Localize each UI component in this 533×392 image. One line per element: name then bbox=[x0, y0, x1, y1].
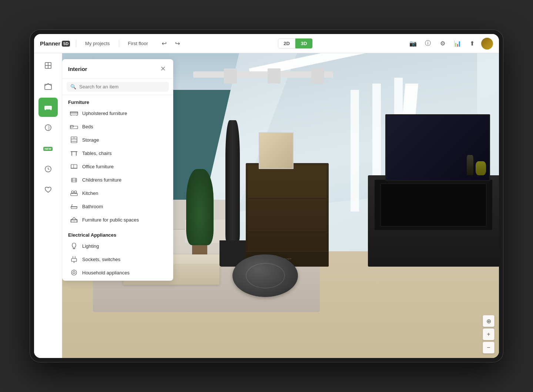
bar-cabinet: ENJOY bbox=[246, 163, 329, 267]
share-button[interactable]: ⬆ bbox=[466, 38, 478, 50]
panel-title: Interior bbox=[68, 66, 87, 72]
upholstered-label: Upholstered furniture bbox=[82, 111, 127, 116]
header-separator2 bbox=[119, 40, 119, 47]
kitchen-icon bbox=[70, 190, 78, 196]
new-badge: NEW bbox=[43, 147, 53, 151]
sidebar-item-favorites[interactable] bbox=[38, 180, 58, 200]
search-input[interactable] bbox=[79, 84, 165, 89]
railing-post4 bbox=[351, 90, 359, 212]
settings-button[interactable]: ⚙ bbox=[437, 38, 449, 50]
interior-panel: Interior ✕ 🔍 Furniture bbox=[62, 59, 173, 281]
app-name: Planner bbox=[40, 40, 60, 47]
undo-icon: ↩ bbox=[162, 40, 167, 47]
view-2d-button[interactable]: 2D bbox=[278, 38, 295, 48]
sidebar-item-new[interactable]: NEW bbox=[38, 139, 58, 158]
close-panel-button[interactable]: ✕ bbox=[158, 64, 167, 73]
svg-rect-8 bbox=[50, 109, 51, 110]
category-office[interactable]: Office furniture bbox=[68, 160, 167, 173]
svg-rect-28 bbox=[71, 165, 77, 168]
floorplan-icon bbox=[44, 61, 52, 71]
beds-label: Beds bbox=[82, 124, 93, 129]
view-toggle: 2D 3D bbox=[278, 38, 312, 48]
nav-controls: ⊕ + − bbox=[483, 315, 495, 354]
panel-content: Furniture Upholstered furniture bbox=[62, 95, 173, 281]
app-window: Planner 5D My projects First floor ↩ ↪ 2… bbox=[34, 34, 499, 358]
childrens-label: Childrens furniture bbox=[82, 177, 121, 183]
storage-label: Storage bbox=[82, 137, 99, 143]
bathroom-icon bbox=[70, 203, 78, 210]
redo-icon: ↪ bbox=[175, 40, 180, 47]
category-storage[interactable]: Storage bbox=[68, 133, 167, 146]
panel-header: Interior ✕ bbox=[62, 59, 173, 79]
category-sockets[interactable]: Sockets, switches bbox=[68, 253, 167, 266]
appliances-label: Household appliances bbox=[82, 270, 130, 276]
svg-point-50 bbox=[73, 271, 75, 274]
sockets-label: Sockets, switches bbox=[82, 257, 120, 262]
zoom-in-button[interactable]: + bbox=[483, 328, 495, 340]
header: Planner 5D My projects First floor ↩ ↪ 2… bbox=[34, 34, 499, 53]
upholstered-icon bbox=[70, 110, 78, 116]
category-upholstered[interactable]: Upholstered furniture bbox=[68, 107, 167, 120]
category-bathroom[interactable]: Bathroom bbox=[68, 200, 167, 213]
appliances-icon bbox=[70, 269, 78, 276]
zoom-out-button[interactable]: − bbox=[483, 342, 495, 354]
device-frame: Planner 5D My projects First floor ↩ ↪ 2… bbox=[30, 30, 503, 362]
sidebar-item-floorplan[interactable] bbox=[38, 56, 58, 75]
category-lighting[interactable]: Lighting bbox=[68, 239, 167, 253]
svg-rect-35 bbox=[71, 193, 77, 196]
category-public[interactable]: Furniture for public spaces bbox=[68, 213, 167, 226]
category-beds[interactable]: Beds bbox=[68, 120, 167, 133]
sockets-icon bbox=[70, 256, 78, 263]
materials-icon bbox=[44, 124, 52, 133]
sidebar-item-materials[interactable] bbox=[38, 118, 58, 138]
svg-rect-13 bbox=[70, 112, 78, 115]
category-appliances[interactable]: Household appliances bbox=[68, 266, 167, 279]
office-label: Office furniture bbox=[82, 164, 114, 169]
svg-rect-21 bbox=[71, 137, 77, 143]
picture-frame bbox=[259, 132, 294, 169]
compass-icon: ⊕ bbox=[486, 318, 491, 325]
view-3d-button[interactable]: 3D bbox=[295, 38, 313, 48]
storage-icon bbox=[70, 136, 78, 143]
bathroom-label: Bathroom bbox=[82, 204, 103, 209]
lighting-label: Lighting bbox=[82, 243, 99, 249]
avatar[interactable] bbox=[481, 38, 493, 50]
category-tables[interactable]: Tables, chairs bbox=[68, 146, 167, 160]
undo-redo-group: ↩ ↪ bbox=[158, 38, 184, 50]
search-bar: 🔍 bbox=[62, 79, 173, 95]
compass-button[interactable]: ⊕ bbox=[483, 315, 495, 327]
camera-button[interactable]: 📷 bbox=[407, 38, 419, 50]
camera-icon: 📷 bbox=[409, 40, 417, 47]
kitchen-label: Kitchen bbox=[82, 190, 98, 196]
public-label: Furniture for public spaces bbox=[82, 217, 139, 223]
track-light3 bbox=[224, 68, 237, 84]
category-kitchen[interactable]: Kitchen bbox=[68, 186, 167, 200]
logo: Planner 5D bbox=[40, 40, 70, 47]
viewport[interactable]: ENJOY bbox=[62, 53, 499, 358]
sidebar-item-clock[interactable] bbox=[38, 160, 58, 179]
lighting-icon bbox=[70, 243, 78, 249]
svg-line-12 bbox=[48, 169, 49, 170]
main-content: NEW bbox=[34, 53, 499, 358]
tables-label: Tables, chairs bbox=[82, 151, 111, 156]
ottoman bbox=[232, 254, 298, 297]
furniture-title: Furniture bbox=[68, 99, 167, 105]
chart-button[interactable]: 📊 bbox=[452, 38, 463, 50]
redo-button[interactable]: ↪ bbox=[172, 38, 184, 50]
plant bbox=[184, 169, 215, 267]
search-wrapper: 🔍 bbox=[67, 82, 169, 92]
info-button[interactable]: ⓘ bbox=[422, 38, 434, 50]
current-project-button[interactable]: First floor bbox=[125, 39, 151, 48]
my-projects-button[interactable]: My projects bbox=[82, 39, 113, 48]
chart-icon: 📊 bbox=[454, 40, 461, 47]
category-childrens[interactable]: Childrens furniture bbox=[68, 173, 167, 186]
header-separator bbox=[76, 40, 76, 47]
sidebar-item-rooms[interactable] bbox=[38, 77, 58, 96]
track-light1 bbox=[311, 68, 324, 84]
sidebar-item-interior[interactable] bbox=[38, 98, 58, 117]
undo-button[interactable]: ↩ bbox=[158, 38, 170, 50]
zoom-out-icon: − bbox=[487, 344, 490, 351]
app-badge: 5D bbox=[62, 41, 70, 47]
svg-point-38 bbox=[74, 191, 77, 193]
beds-icon bbox=[70, 123, 78, 130]
